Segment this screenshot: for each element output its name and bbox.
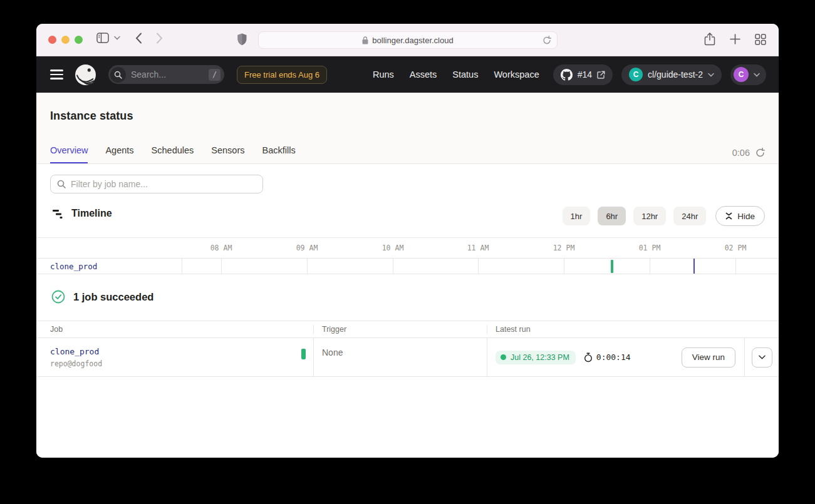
page-header: Instance status Overview Agents Schedule… bbox=[36, 93, 779, 164]
range-button-12hr[interactable]: 12hr bbox=[633, 207, 666, 225]
chevron-down-icon bbox=[754, 73, 760, 77]
nav-link-workspace[interactable]: Workspace bbox=[494, 69, 539, 80]
external-link-icon bbox=[597, 71, 605, 79]
hide-button-label: Hide bbox=[737, 212, 755, 221]
view-run-button[interactable]: View run bbox=[682, 347, 735, 368]
tab-schedules[interactable]: Schedules bbox=[152, 145, 194, 163]
timeline-gridline bbox=[478, 259, 479, 274]
timeline-controls: 1hr 6hr 12hr 24hr Hide bbox=[563, 206, 765, 226]
forward-button[interactable] bbox=[156, 33, 163, 44]
current-time-marker bbox=[693, 259, 695, 274]
close-window-button[interactable] bbox=[48, 36, 56, 44]
search-shortcut-badge: / bbox=[209, 69, 221, 81]
user-avatar: C bbox=[734, 67, 749, 82]
zoom-window-button[interactable] bbox=[75, 36, 83, 44]
reload-icon[interactable] bbox=[542, 36, 551, 45]
nav-link-runs[interactable]: Runs bbox=[373, 69, 394, 80]
github-icon bbox=[561, 69, 573, 81]
traffic-lights bbox=[48, 36, 83, 44]
refresh-countdown: 0:06 bbox=[732, 148, 765, 158]
filter-placeholder: Filter by job name... bbox=[71, 179, 148, 189]
tab-sensors[interactable]: Sensors bbox=[211, 145, 244, 163]
minimize-window-button[interactable] bbox=[61, 36, 70, 44]
range-button-24hr[interactable]: 24hr bbox=[673, 207, 706, 225]
privacy-shield-icon[interactable] bbox=[237, 33, 247, 46]
collapse-icon bbox=[725, 212, 732, 220]
tab-backfills[interactable]: Backfills bbox=[262, 145, 296, 163]
timeline-gridline bbox=[564, 259, 564, 274]
tab-overview[interactable]: Overview bbox=[50, 145, 88, 163]
browser-chrome: bollinger.dagster.cloud bbox=[36, 24, 779, 56]
stopwatch-icon bbox=[584, 352, 593, 363]
run-status-dot bbox=[501, 354, 506, 360]
menu-icon[interactable] bbox=[50, 69, 63, 80]
nav-links: Runs Assets Status Workspace bbox=[373, 69, 539, 80]
column-header-latest-run: Latest run bbox=[487, 325, 744, 334]
new-tab-icon[interactable] bbox=[730, 33, 740, 46]
search-input[interactable]: Search... / bbox=[108, 65, 224, 84]
sidebar-toggle-icon[interactable] bbox=[96, 33, 109, 43]
address-bar[interactable]: bollinger.dagster.cloud bbox=[258, 31, 558, 49]
timeline-hour-label: 10 AM bbox=[382, 238, 404, 259]
tab-overview-icon[interactable] bbox=[755, 33, 766, 46]
table-header-row: Job Trigger Latest run bbox=[36, 321, 779, 338]
github-pr-pill[interactable]: #14 bbox=[553, 64, 613, 85]
nav-link-assets[interactable]: Assets bbox=[410, 69, 437, 80]
countdown-value: 0:06 bbox=[732, 148, 750, 158]
timeline-gridline bbox=[735, 259, 736, 274]
timeline-hour-label: 12 PM bbox=[553, 238, 575, 259]
latest-run-badge[interactable]: Jul 26, 12:33 PM bbox=[496, 351, 576, 364]
sidebar-chevron-icon[interactable] bbox=[114, 36, 120, 40]
trial-badge[interactable]: Free trial ends Aug 6 bbox=[237, 66, 327, 84]
latest-run-time: Jul 26, 12:33 PM bbox=[511, 353, 569, 362]
timeline-gridline bbox=[307, 259, 308, 274]
check-circle-icon bbox=[51, 290, 65, 304]
deployment-avatar: C bbox=[629, 68, 643, 81]
job-repo-label: repo@dogfood bbox=[50, 359, 313, 368]
timeline-gridline bbox=[182, 259, 182, 274]
job-filter-input[interactable]: Filter by job name... bbox=[50, 175, 263, 193]
hide-timeline-button[interactable]: Hide bbox=[715, 206, 765, 226]
range-button-1hr[interactable]: 1hr bbox=[563, 207, 591, 225]
column-header-job: Job bbox=[36, 325, 313, 334]
jobs-table: Job Trigger Latest run clone_prod repo@d… bbox=[36, 321, 779, 377]
search-placeholder: Search... bbox=[131, 69, 204, 80]
tab-agents[interactable]: Agents bbox=[105, 145, 133, 163]
lock-icon bbox=[362, 36, 368, 44]
summary-heading: 1 job succeeded bbox=[73, 291, 153, 303]
timeline-row-clone-prod: clone_prod bbox=[36, 258, 779, 274]
share-icon[interactable] bbox=[704, 33, 715, 46]
dagster-logo[interactable] bbox=[74, 63, 97, 86]
timeline-hour-label: 08 AM bbox=[210, 238, 232, 259]
timeline-gridline bbox=[393, 259, 393, 274]
refresh-icon[interactable] bbox=[755, 148, 765, 158]
search-icon bbox=[110, 67, 126, 83]
browser-window: bollinger.dagster.cloud bbox=[36, 24, 779, 458]
row-menu-button[interactable] bbox=[752, 347, 772, 368]
jobs-summary: 1 job succeeded bbox=[51, 290, 153, 304]
timeline-job-label[interactable]: clone_prod bbox=[50, 259, 97, 274]
timeline-gridline bbox=[221, 259, 222, 274]
url-text: bollinger.dagster.cloud bbox=[372, 36, 453, 45]
timeline-hour-label: 11 AM bbox=[467, 238, 489, 259]
timeline-hour-label: 02 PM bbox=[725, 238, 747, 259]
column-header-trigger: Trigger bbox=[313, 325, 487, 334]
chevron-down-icon bbox=[759, 355, 766, 359]
back-button[interactable] bbox=[135, 33, 142, 44]
timeline-hour-label: 09 AM bbox=[296, 238, 318, 259]
nav-link-status[interactable]: Status bbox=[452, 69, 478, 80]
timeline-title: Timeline bbox=[71, 208, 112, 219]
duration-value: 0:00:14 bbox=[596, 352, 631, 362]
run-status-tile[interactable] bbox=[301, 349, 306, 359]
page-title: Instance status bbox=[50, 110, 133, 123]
github-pr-number: #14 bbox=[578, 69, 592, 80]
app-navbar: Search... / Free trial ends Aug 6 Runs A… bbox=[36, 56, 779, 93]
table-row: clone_prod repo@dogfood None Jul 26, 12:… bbox=[36, 338, 779, 377]
succeeded-run-marker[interactable] bbox=[611, 260, 613, 273]
range-button-6hr[interactable]: 6hr bbox=[598, 207, 626, 225]
tab-bar: Overview Agents Schedules Sensors Backfi… bbox=[50, 145, 296, 163]
deployment-switcher[interactable]: C cl/guide-test-2 bbox=[621, 64, 722, 85]
user-menu[interactable]: C bbox=[730, 64, 766, 85]
job-link[interactable]: clone_prod bbox=[50, 347, 313, 356]
deployment-name: cl/guide-test-2 bbox=[648, 69, 703, 80]
